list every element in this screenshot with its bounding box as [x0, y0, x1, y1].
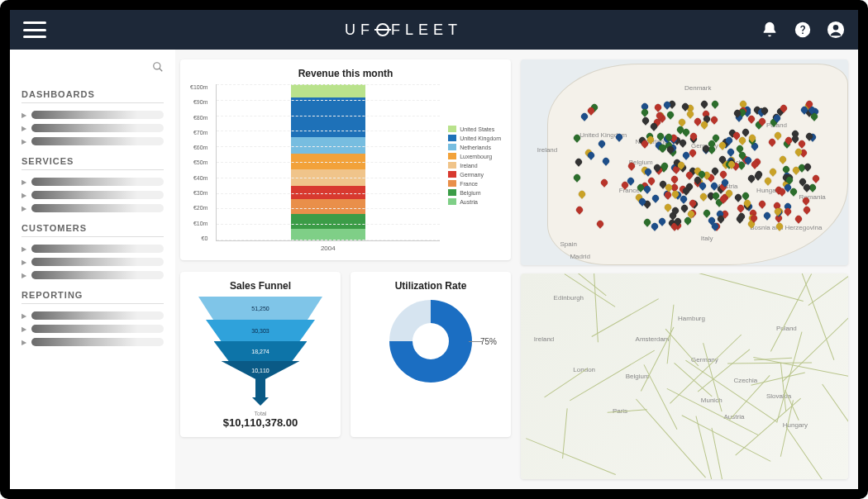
help-icon[interactable] — [794, 21, 812, 39]
nav-item[interactable]: ▶ — [21, 108, 164, 121]
y-axis: €100m€90m€80m€70m€60m€50m€40m€30m€20m€10… — [190, 84, 207, 241]
nav-item[interactable]: ▶ — [21, 322, 164, 335]
map-label: Edinburgh — [554, 294, 584, 302]
chart-legend: United StatesUnited KingdomNetherlandsLu… — [448, 84, 501, 252]
map-label: Italy — [701, 235, 713, 242]
nav-heading: DASHBOARDS — [21, 89, 164, 103]
legend-item: United States — [448, 126, 501, 132]
svg-line-3 — [160, 69, 163, 72]
bell-icon[interactable] — [761, 21, 779, 39]
map-label: Madrid — [570, 253, 589, 260]
chevron-right-icon: ▶ — [21, 205, 26, 212]
route-map-europe[interactable]: EdinburghIrelandLondonAmsterdamHamburgPa… — [521, 273, 848, 479]
donut-chart — [389, 300, 472, 383]
svg-point-2 — [154, 63, 160, 69]
chart-title: Utilization Rate — [360, 280, 501, 292]
legend-item: Germany — [448, 171, 501, 178]
legend-item: Ireland — [448, 162, 501, 169]
legend-item: Austria — [448, 198, 501, 205]
legend-item: Luxembourg — [448, 153, 501, 159]
map-label: Poland — [776, 325, 797, 332]
map-label: Denmark — [684, 84, 711, 92]
chevron-right-icon: ▶ — [21, 245, 26, 253]
chevron-right-icon: ▶ — [21, 178, 26, 186]
sidebar: DASHBOARDS▶▶▶SERVICES▶▶▶CUSTOMERS▶▶▶REPO… — [10, 50, 175, 489]
chart-title: Sales Funnel — [190, 280, 331, 292]
svg-point-1 — [833, 25, 838, 30]
x-tick: 2004 — [216, 245, 440, 252]
nav-item[interactable]: ▶ — [21, 309, 164, 322]
legend-item: United Kingdom — [448, 135, 501, 141]
legend-item: France — [448, 180, 501, 187]
funnel-stage: 30,303 — [206, 320, 315, 341]
nav-item[interactable]: ▶ — [21, 255, 164, 269]
user-icon[interactable] — [827, 21, 845, 39]
map-label: Ireland — [534, 335, 554, 343]
map-label: Czechia — [733, 377, 757, 384]
chevron-right-icon: ▶ — [21, 312, 26, 320]
app-header: UFFLEET — [10, 10, 858, 50]
brand-logo: UFFLEET — [46, 21, 761, 39]
sales-funnel-card: Sales Funnel 51,250 30,303 18,274 10,110… — [180, 272, 341, 437]
map-label: Ireland — [537, 146, 557, 154]
nav-item[interactable]: ▶ — [21, 335, 164, 349]
nav-item[interactable]: ▶ — [21, 188, 164, 202]
fleet-map-europe[interactable]: IrelandUnited KingdomNetherlandsBelgiumD… — [521, 59, 848, 265]
nav-heading: SERVICES — [21, 156, 164, 170]
map-label: Hamburg — [678, 315, 705, 322]
chevron-right-icon: ▶ — [21, 339, 26, 346]
funnel-total-label: Total — [190, 411, 331, 416]
funnel-chart: 51,250 30,303 18,274 10,110 — [198, 297, 322, 404]
funnel-stage: 10,110 — [222, 361, 300, 379]
chevron-right-icon: ▶ — [21, 192, 26, 199]
donut-value: 75% — [480, 337, 497, 346]
revenue-chart-card: Revenue this month €100m€90m€80m€70m€60m… — [180, 59, 511, 260]
map-label: Spain — [560, 240, 577, 248]
funnel-stage: 18,274 — [214, 341, 308, 361]
nav-item[interactable]: ▶ — [21, 121, 164, 135]
funnel-stage: 51,250 — [198, 297, 322, 320]
nav-item[interactable]: ▶ — [21, 202, 164, 215]
logo-icon — [376, 23, 389, 36]
stacked-bar-plot — [216, 84, 440, 241]
chevron-right-icon: ▶ — [21, 138, 26, 145]
legend-item: Netherlands — [448, 144, 501, 150]
funnel-total: $10,110,378.00 — [190, 416, 331, 429]
menu-icon[interactable] — [23, 21, 46, 38]
chevron-right-icon: ▶ — [21, 125, 26, 132]
utilization-card: Utilization Rate 75% — [351, 272, 511, 437]
chevron-right-icon: ▶ — [21, 326, 26, 333]
chevron-right-icon: ▶ — [21, 272, 26, 279]
chevron-right-icon: ▶ — [21, 112, 26, 119]
nav-item[interactable]: ▶ — [21, 269, 164, 282]
legend-item: Belgium — [448, 189, 501, 196]
nav-item[interactable]: ▶ — [21, 135, 164, 148]
nav-heading: REPORTING — [21, 290, 164, 304]
chevron-right-icon: ▶ — [21, 259, 26, 266]
chart-title: Revenue this month — [190, 68, 501, 79]
nav-item[interactable]: ▶ — [21, 242, 164, 255]
search-icon[interactable] — [152, 61, 164, 73]
map-label: Amsterdam — [636, 335, 670, 343]
map-label: Bosnia and Herzegovina — [750, 224, 822, 231]
nav-heading: CUSTOMERS — [21, 223, 164, 237]
nav-item[interactable]: ▶ — [21, 175, 164, 188]
